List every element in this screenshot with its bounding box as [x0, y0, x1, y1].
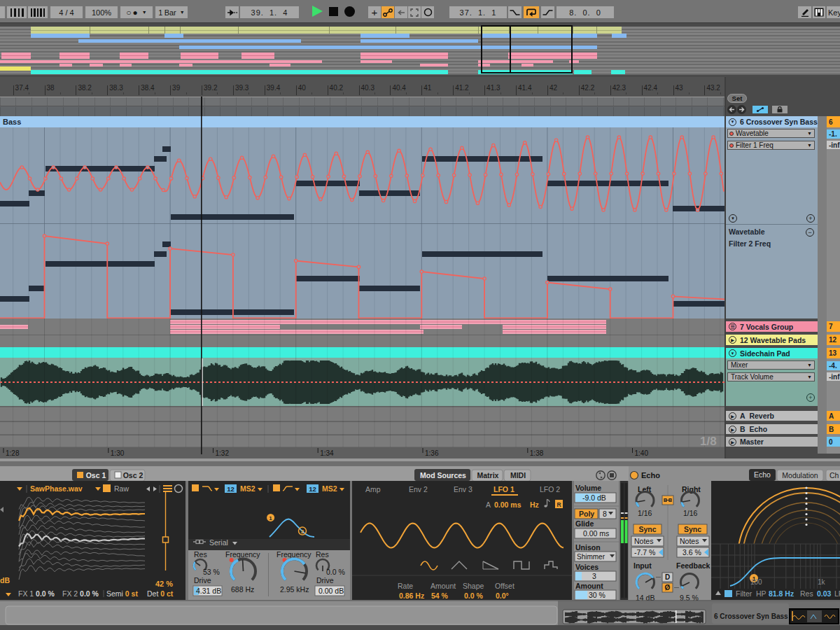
svg-text:dB: dB	[0, 576, 10, 584]
svg-text:1:36: 1:36	[425, 449, 439, 457]
svg-text:Notes: Notes	[680, 537, 699, 545]
svg-text:Unison: Unison	[575, 543, 601, 552]
svg-text:Echo: Echo	[754, 470, 771, 479]
svg-text:Res: Res	[316, 550, 329, 559]
svg-text:0.86 Hz: 0.86 Hz	[399, 592, 424, 600]
svg-text:MS2: MS2	[240, 484, 255, 493]
svg-text:Semi 0 st: Semi 0 st	[106, 589, 138, 598]
svg-text:Rate: Rate	[398, 582, 413, 590]
svg-text:Drive: Drive	[316, 576, 334, 584]
svg-text:Modulation: Modulation	[782, 471, 818, 479]
svg-text:Res: Res	[194, 550, 207, 559]
svg-text:Notes: Notes	[634, 537, 653, 545]
svg-text:Det 0 ct: Det 0 ct	[147, 589, 174, 598]
svg-text:4.31 dB: 4.31 dB	[196, 587, 221, 595]
svg-text:Echo: Echo	[641, 471, 660, 479]
svg-text:Drive: Drive	[194, 576, 211, 584]
svg-text:0.00 dB: 0.00 dB	[318, 587, 344, 595]
svg-text:Offset: Offset	[495, 582, 514, 590]
svg-text:Sync: Sync	[638, 525, 656, 533]
svg-text:1:28: 1:28	[6, 449, 20, 457]
svg-text:Env 3: Env 3	[454, 485, 472, 493]
svg-text:688 Hz: 688 Hz	[231, 585, 254, 594]
svg-text:8: 8	[603, 510, 607, 518]
svg-text:0.0 %: 0.0 %	[326, 568, 345, 576]
svg-text:D: D	[665, 573, 670, 581]
svg-text:SawPhase.wav: SawPhase.wav	[30, 484, 83, 493]
svg-text:LFO 1: LFO 1	[493, 485, 514, 493]
svg-text:54 %: 54 %	[431, 592, 449, 600]
svg-text:1:32: 1:32	[216, 449, 230, 457]
svg-text:0.03: 0.03	[817, 589, 832, 598]
svg-text:1/8: 1/8	[700, 435, 717, 448]
svg-text:A: A	[486, 500, 491, 509]
svg-text:FX 1 0.0 %: FX 1 0.0 %	[18, 589, 55, 598]
svg-text:1: 1	[269, 515, 272, 522]
svg-text:2.95 kHz: 2.95 kHz	[280, 585, 309, 594]
svg-text:LP: LP	[834, 589, 840, 598]
svg-text:FX 2 0.0 %: FX 2 0.0 %	[62, 589, 99, 598]
svg-text:Frequency: Frequency	[276, 550, 312, 559]
svg-text:1:40: 1:40	[635, 449, 649, 457]
svg-text:Osc 1: Osc 1	[86, 471, 106, 479]
svg-text:Serial: Serial	[209, 538, 228, 547]
svg-text:0.00 ms: 0.00 ms	[583, 529, 609, 538]
svg-text:Poly: Poly	[579, 510, 594, 518]
svg-text:-9.0 dB: -9.0 dB	[582, 493, 606, 502]
svg-text:100: 100	[750, 578, 762, 586]
svg-text:Env 2: Env 2	[409, 485, 428, 493]
svg-text:1k: 1k	[818, 578, 826, 586]
svg-text:0.00 ms: 0.00 ms	[494, 500, 522, 509]
svg-text:Osc 2: Osc 2	[123, 471, 144, 479]
svg-text:LFO 2: LFO 2	[540, 485, 560, 493]
svg-text:Voices: Voices	[575, 563, 598, 571]
svg-text:MIDI: MIDI	[510, 471, 526, 479]
svg-text:12: 12	[227, 485, 234, 493]
svg-text:30 %: 30 %	[589, 591, 606, 599]
svg-text:Shimmer: Shimmer	[577, 553, 606, 561]
svg-text:Matrix: Matrix	[477, 471, 499, 479]
svg-text:Sync: Sync	[684, 525, 701, 533]
svg-text:HP: HP	[756, 589, 766, 598]
svg-text:1:34: 1:34	[320, 449, 334, 457]
svg-text:MS2: MS2	[322, 484, 337, 493]
svg-text:Volume: Volume	[575, 484, 601, 492]
svg-text:6 Crossover Syn Bass: 6 Crossover Syn Bass	[714, 612, 788, 620]
svg-text:Filter: Filter	[736, 589, 752, 598]
svg-text:Ø: Ø	[665, 584, 671, 592]
svg-text:R: R	[556, 501, 561, 508]
svg-text:Hz: Hz	[530, 500, 539, 509]
svg-text:12: 12	[309, 485, 316, 493]
svg-text:81.8 Hz: 81.8 Hz	[769, 589, 794, 598]
svg-text:1:30: 1:30	[111, 449, 125, 457]
svg-text:53 %: 53 %	[203, 568, 220, 576]
svg-text:0.0 %: 0.0 %	[464, 592, 484, 600]
svg-text:0.0°: 0.0°	[496, 592, 509, 600]
svg-text:Amount: Amount	[575, 582, 603, 590]
svg-text:Mod Sources: Mod Sources	[420, 471, 466, 479]
svg-text:Amount: Amount	[430, 582, 456, 590]
svg-text:Res: Res	[800, 589, 813, 598]
svg-text:2: 2	[301, 528, 304, 535]
svg-text:Bass: Bass	[3, 118, 21, 126]
svg-text:Shape: Shape	[463, 582, 484, 590]
svg-text:Ch: Ch	[830, 471, 839, 479]
svg-text:-7.7 %: -7.7 %	[634, 548, 655, 556]
svg-text:1/16: 1/16	[683, 509, 698, 517]
svg-text:Raw: Raw	[114, 484, 129, 493]
svg-text:Glide: Glide	[575, 519, 594, 528]
svg-text:Frequency: Frequency	[225, 550, 260, 559]
svg-text:Amp: Amp	[365, 485, 381, 493]
svg-text:3.6 %: 3.6 %	[682, 548, 701, 556]
svg-text:42 %: 42 %	[155, 580, 173, 588]
svg-text:1/16: 1/16	[638, 509, 652, 517]
svg-text:1:38: 1:38	[530, 449, 544, 457]
svg-text:3: 3	[592, 572, 596, 580]
svg-text:Input: Input	[634, 561, 652, 570]
svg-text:Feedback: Feedback	[676, 561, 710, 570]
